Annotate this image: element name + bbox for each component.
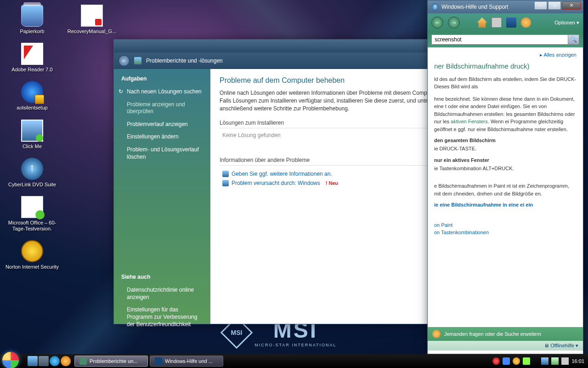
desktop-icon[interactable]: Microsoft Office – 60-Tage-Testversion.	[5, 196, 60, 232]
see-also-link[interactable]: Einstellungen für das Programm zur Verbe…	[114, 304, 210, 331]
breadcrumb-bar: Problemberichte und -lösungen	[114, 52, 476, 69]
sidebar-task[interactable]: Problem- und Lösungsverlauf löschen	[114, 144, 210, 163]
close-button[interactable]: ✕	[562, 1, 581, 10]
taskbar: Problemberichte un...Windows-Hilfe und .…	[0, 354, 588, 368]
system-tray: 16:01	[489, 357, 588, 365]
ref-link[interactable]: on Tastenkombinationen	[434, 230, 577, 235]
sidebar: Aufgaben Nach neuen Lösungen suchenProbl…	[114, 69, 210, 324]
desktop-icon[interactable]: Click Me	[5, 120, 60, 150]
active-window-link[interactable]: aktiven Fensters	[451, 119, 488, 124]
report-icon	[222, 180, 229, 186]
app-icon	[79, 357, 87, 365]
ask-icon[interactable]	[521, 17, 531, 28]
browse-icon[interactable]	[506, 17, 516, 28]
help-heading: ner Bildschirmaufnahme druck)	[434, 62, 577, 71]
desktop-icon[interactable]: Adobe Reader 7.0	[5, 43, 60, 73]
home-icon[interactable]	[477, 17, 487, 28]
forward-button[interactable]: →	[448, 17, 460, 29]
help-support-window: ? Windows-Hilfe und Support — ▭ ✕ ← → Op…	[427, 0, 583, 354]
offline-help-status[interactable]: Offlinehilfe ▾	[428, 341, 583, 351]
taskbar-button[interactable]: Problemberichte un...	[74, 356, 148, 367]
people-icon	[432, 330, 441, 338]
paste-link[interactable]: ie eine Bildschirmaufnahme in eine ei ei…	[434, 202, 577, 207]
tray-icon[interactable]	[513, 357, 520, 365]
help-toolbar: ← → Optionen ▾	[428, 13, 583, 32]
window-title: Windows-Hilfe und Support	[441, 4, 508, 10]
back-button[interactable]: ←	[431, 17, 443, 29]
see-also-header: Siehe auch	[114, 274, 210, 284]
taskbar-button[interactable]: Windows-Hilfe und ...	[150, 356, 223, 367]
quick-launch	[25, 356, 74, 366]
help-content: Alles anzeigen ner Bildschirmaufnahme dr…	[428, 47, 583, 327]
tray-icon[interactable]	[503, 357, 510, 365]
report-icon	[222, 171, 229, 177]
battery-icon[interactable]	[551, 357, 559, 365]
recycle-icon	[21, 5, 43, 27]
search-button[interactable]: 🔍	[568, 35, 579, 44]
sidebar-task[interactable]: Probleme anzeigen und überprüfen	[114, 98, 210, 118]
doc-icon	[81, 5, 103, 27]
breadcrumb-title: Problemberichte und -lösungen	[146, 58, 223, 64]
desktop-icon[interactable]: CyberLink DVD Suite	[5, 158, 60, 188]
dvd-icon	[21, 158, 43, 180]
help-icon: ?	[431, 3, 439, 11]
aol-icon	[21, 81, 43, 103]
search-input[interactable]	[432, 35, 568, 44]
clock[interactable]: 16:01	[571, 358, 584, 364]
sidebar-task[interactable]: Nach neuen Lösungen suchen	[114, 86, 210, 98]
media-icon[interactable]	[61, 356, 71, 366]
ref-link[interactable]: on Paint	[434, 222, 577, 228]
network-icon[interactable]	[541, 357, 548, 365]
norton-icon	[21, 240, 43, 262]
options-menu[interactable]: Optionen ▾	[554, 20, 579, 26]
desktop-icon[interactable]: RecoveryManual_G...	[64, 5, 119, 34]
sidebar-task[interactable]: Problemverlauf anzeigen	[114, 118, 210, 131]
app-icon	[134, 57, 141, 64]
app-icon	[155, 357, 162, 365]
search-box: 🔍	[431, 34, 579, 45]
desktop-icon[interactable]: aolsilentsetup	[5, 81, 60, 111]
show-all-link[interactable]: Alles anzeigen	[434, 52, 577, 58]
maximize-button[interactable]: ▭	[548, 1, 561, 10]
desktop-icon[interactable]: Norton Internet Security	[5, 240, 60, 270]
desktop-icon[interactable]: Papierkorb	[5, 5, 60, 34]
problem-reports-window: — ▭ ✕ Problemberichte und -lösungen Aufg…	[113, 39, 476, 324]
ie-icon[interactable]	[50, 356, 60, 366]
see-also-link[interactable]: Datenschutzrichtlinie online anzeigen	[114, 284, 210, 304]
office-icon	[21, 196, 43, 218]
print-icon[interactable]	[492, 17, 502, 28]
adobe-icon	[21, 43, 43, 65]
titlebar[interactable]: — ▭ ✕	[114, 40, 476, 52]
switch-windows-icon[interactable]	[39, 356, 49, 366]
clickme-icon	[21, 120, 43, 142]
volume-icon[interactable]	[561, 357, 569, 365]
ask-someone-bar[interactable]: Jemanden fragen oder die Suche erweitern	[428, 327, 583, 341]
back-button[interactable]	[119, 55, 130, 66]
sidebar-task[interactable]: Einstellungen ändern	[114, 131, 210, 144]
tray-icon[interactable]	[492, 357, 500, 365]
tasks-header: Aufgaben	[114, 75, 210, 86]
show-desktop-icon[interactable]	[28, 356, 38, 366]
tray-icon[interactable]	[523, 357, 530, 365]
titlebar[interactable]: ? Windows-Hilfe und Support — ▭ ✕	[428, 0, 583, 13]
minimize-button[interactable]: —	[534, 1, 547, 10]
start-button[interactable]	[0, 354, 25, 368]
new-badge: ! Neu	[326, 180, 339, 186]
